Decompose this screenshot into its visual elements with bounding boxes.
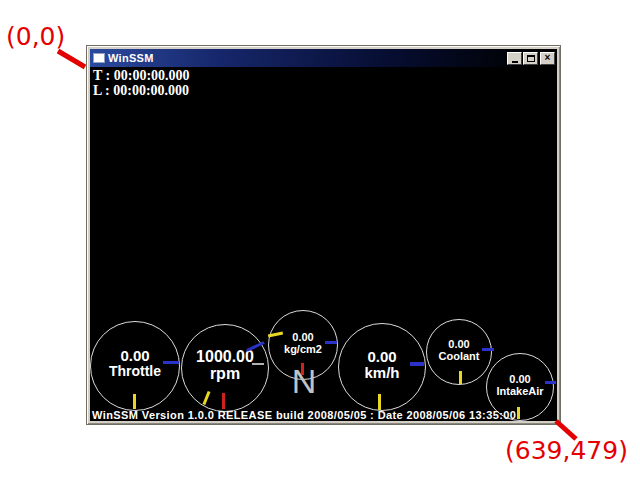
minimize-button[interactable] <box>507 52 522 65</box>
rpm-gauge-text: 1000.00 rpm <box>182 349 268 383</box>
status-bar: WinSSM Version 1.0.0 RELEASE build 2008/… <box>92 409 516 421</box>
winssm-window: WinSSM × T : 00:00:00.000 L : 00:00:00.0… <box>86 45 561 425</box>
timer-readout: T : 00:00:00.000 L : 00:00:00.000 <box>93 68 190 98</box>
timer-l: L : 00:00:00.000 <box>93 83 189 98</box>
throttle-label: Throttle <box>91 364 179 379</box>
timer-t: T : 00:00:00.000 <box>93 68 190 83</box>
throttle-yellow-needle-icon <box>133 394 136 409</box>
app-icon <box>93 53 105 63</box>
speed-gauge: 0.00 km/h <box>338 323 426 411</box>
coolant-gauge: 0.00 Coolant <box>426 319 492 385</box>
coolant-yellow-needle-icon <box>459 371 462 384</box>
intake-air-yellow-needle-icon <box>517 407 520 419</box>
speed-yellow-needle-icon <box>378 394 381 410</box>
throttle-blue-tick-icon <box>163 361 179 364</box>
boost-label: kg/cm2 <box>269 343 337 355</box>
rpm-red-needle-icon <box>222 393 225 409</box>
rpm-gauge: 1000.00 rpm <box>181 324 269 412</box>
coolant-label: Coolant <box>427 350 491 362</box>
intake-air-gauge-text: 0.00 IntakeAir <box>487 374 553 397</box>
window-title: WinSSM <box>108 53 154 64</box>
intake-air-label: IntakeAir <box>487 385 553 397</box>
intake-air-blue-tick-icon <box>545 381 556 384</box>
rpm-white-tick-icon <box>252 363 264 365</box>
window-controls: × <box>506 52 555 65</box>
intake-air-value: 0.00 <box>487 374 553 386</box>
origin-coordinate-label: (0,0) <box>6 22 65 51</box>
maximize-button[interactable] <box>523 52 538 65</box>
boost-blue-tick-icon <box>325 341 337 344</box>
minimize-icon <box>512 61 518 63</box>
corner-coordinate-label: (639,479) <box>505 436 628 465</box>
close-icon: × <box>545 53 551 63</box>
maximize-icon <box>527 55 535 62</box>
origin-leader-line <box>58 51 85 67</box>
speed-blue-tick-icon <box>410 362 424 366</box>
gauge-display-area: T : 00:00:00.000 L : 00:00:00.000 0.00 T… <box>90 67 557 421</box>
rpm-yellow-tick-icon <box>202 391 210 405</box>
close-button[interactable]: × <box>540 52 555 65</box>
coolant-blue-tick-icon <box>482 348 494 351</box>
gear-indicator: N <box>285 364 323 398</box>
rpm-label: rpm <box>182 365 268 382</box>
speed-label: km/h <box>339 364 425 380</box>
title-bar[interactable]: WinSSM × <box>90 49 557 67</box>
throttle-gauge: 0.00 Throttle <box>90 321 180 411</box>
